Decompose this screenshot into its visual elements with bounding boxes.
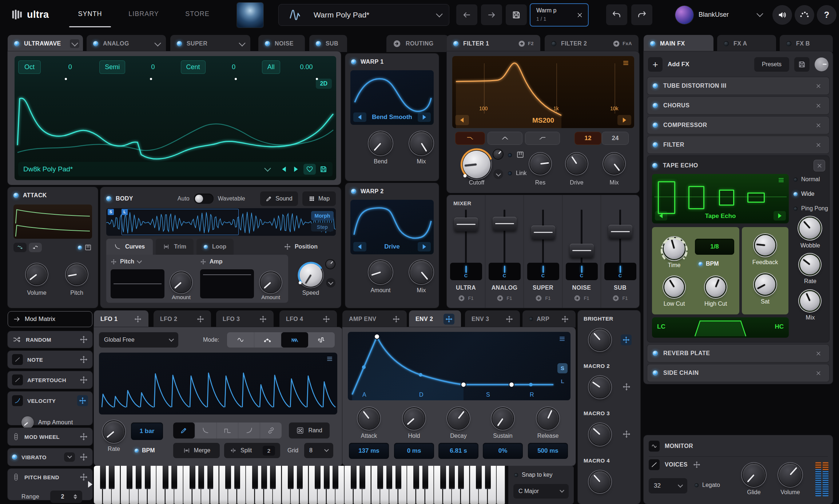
warp2-display[interactable]: Drive (350, 200, 434, 254)
mod-source-vibrato[interactable]: VIBRATO (8, 448, 92, 466)
tab-filter2[interactable]: FILTER 2 FxA (545, 35, 639, 52)
loop-led[interactable] (204, 245, 208, 249)
body-sound-button[interactable]: Sound (260, 191, 298, 206)
mod-source-pitchbend[interactable]: PITCH BEND Range 2 (8, 469, 92, 500)
avatar[interactable] (675, 6, 693, 24)
lfo-tool-rect-button[interactable] (216, 422, 238, 438)
piano-black-key[interactable] (297, 466, 303, 489)
super-led[interactable] (177, 41, 182, 46)
tape-next-icon[interactable] (774, 211, 786, 221)
tab-arp[interactable]: ARP (522, 310, 576, 328)
chorus-close[interactable] (813, 100, 824, 111)
midi-map-button[interactable] (795, 5, 814, 25)
cent-value[interactable]: 0 (206, 63, 262, 71)
modwheel-move-icon[interactable] (79, 432, 88, 441)
lfo-sync-dropdown[interactable]: Global Free (99, 332, 178, 348)
fx-save-button[interactable] (794, 57, 810, 72)
super-chevron[interactable] (237, 39, 247, 48)
piano-black-key[interactable] (225, 466, 231, 489)
piano-black-key[interactable] (145, 466, 151, 489)
macro2-move-icon[interactable] (622, 382, 631, 391)
piano-black-key[interactable] (485, 466, 491, 489)
cutoff-keytrack-piano-icon[interactable] (516, 151, 525, 159)
env-sustain-knob[interactable] (492, 408, 513, 429)
lfo-display[interactable] (99, 353, 337, 414)
tube-distortion-led[interactable] (653, 83, 658, 88)
attack-pitch-knob[interactable] (67, 264, 87, 285)
filter-slope-12-button[interactable]: 12 (575, 132, 601, 144)
warp1-mix-knob[interactable] (410, 132, 433, 155)
env-hold-value[interactable]: 0 ms (394, 443, 434, 459)
oct-value[interactable]: 0 (41, 63, 99, 71)
tab-analog[interactable]: ANALOG (87, 35, 166, 52)
wavetable-prev-icon[interactable] (280, 165, 288, 173)
curve-pitch-label[interactable]: Pitch (120, 258, 134, 265)
all-value[interactable]: 0.00 (280, 63, 333, 71)
body-map-button[interactable]: Map (302, 191, 336, 206)
speed-chevron-button[interactable] (326, 278, 335, 287)
wavetable-favorite-button[interactable] (303, 164, 316, 175)
tab-env3[interactable]: ENV 3 (465, 310, 520, 328)
lfo-grid-dropdown[interactable]: 8 (304, 443, 333, 458)
vibrato-move-icon[interactable] (79, 453, 88, 461)
piano-black-key[interactable] (386, 466, 392, 489)
mod-matrix-button[interactable]: Mod Matrix (8, 311, 92, 327)
macro1-knob[interactable] (589, 329, 611, 350)
tab-noise[interactable]: NOISE (258, 35, 305, 52)
piano-white-key[interactable] (497, 466, 505, 504)
redo-button[interactable] (631, 4, 652, 25)
fx-slot-filter[interactable]: FILTER (647, 136, 829, 154)
tape-display-name[interactable]: Tape Echo (652, 213, 789, 220)
piano-black-key[interactable] (234, 466, 240, 489)
glide-knob[interactable] (743, 464, 765, 486)
filter1-led[interactable] (453, 41, 458, 46)
vibrato-chevron-button[interactable] (64, 452, 75, 462)
tape-feedback-knob[interactable] (755, 235, 775, 255)
cutoff-link-led[interactable] (508, 171, 512, 175)
arp-led[interactable] (529, 317, 533, 321)
body-tab-loop[interactable]: Loop (196, 239, 234, 255)
piano-black-key[interactable] (136, 466, 142, 489)
tape-time-knob[interactable] (664, 238, 685, 259)
tab-lfo3[interactable]: LFO 3 (216, 310, 274, 328)
tab-ultrawave[interactable]: ULTRAWAVE (8, 35, 83, 52)
tab-lfo2[interactable]: LFO 2 (154, 310, 211, 328)
lfo-time-value[interactable]: 1 bar (131, 422, 163, 440)
filter-display[interactable]: 100 1k 10k MS200 (452, 56, 634, 128)
ultra-pan[interactable]: C (450, 263, 482, 280)
mainfx-led[interactable] (650, 41, 655, 46)
piano-black-key[interactable] (270, 466, 276, 489)
monitor-row[interactable]: MONITOR (649, 439, 828, 457)
piano-black-key[interactable] (449, 466, 455, 489)
body-wave-strip[interactable]: S L Morph Step (106, 208, 336, 236)
nav-tab-store[interactable]: STORE (180, 10, 215, 18)
tab-amp-env[interactable]: AMP ENV (342, 310, 407, 328)
filter-model[interactable]: MS200 (452, 116, 634, 124)
piano-black-key[interactable] (109, 466, 115, 489)
mod-source-modwheel[interactable]: MOD WHEEL (8, 428, 92, 445)
warp2-mix-knob[interactable] (410, 261, 433, 283)
wavetable-next-icon[interactable] (292, 165, 300, 173)
tape-rate-knob[interactable] (800, 255, 820, 274)
env-menu-icon[interactable] (558, 336, 566, 342)
voices-volume-knob[interactable] (779, 464, 802, 486)
env-sustain-mode-button[interactable]: S (557, 363, 568, 373)
preset-back-button[interactable] (456, 4, 477, 25)
tape-mode-normal[interactable]: Normal (794, 176, 820, 183)
tab-mainfx[interactable]: MAIN FX (644, 35, 713, 52)
search-close-icon[interactable] (577, 12, 583, 18)
side-chain-led[interactable] (653, 370, 658, 376)
wavetable-save-icon[interactable] (319, 165, 327, 173)
legato-toggle[interactable]: Legato (695, 482, 720, 488)
lfo-mode-step-button[interactable] (308, 332, 335, 348)
fx-slot-compressor[interactable]: COMPRESSOR (647, 116, 829, 134)
lfo-bpm-toggle[interactable]: BPM (135, 447, 155, 454)
warp1-display[interactable]: Bend Smooth (350, 70, 434, 125)
semi-value[interactable]: 0 (125, 63, 180, 71)
tab-fxb[interactable]: FX B (780, 35, 833, 52)
noise-led[interactable] (265, 41, 270, 46)
tab-lfo1[interactable]: LFO 1 (94, 310, 148, 328)
compressor-close[interactable] (813, 120, 824, 131)
mod-source-velocity[interactable]: VELOCITY Amp Amount (8, 392, 92, 425)
vibrato-led[interactable] (12, 455, 17, 460)
